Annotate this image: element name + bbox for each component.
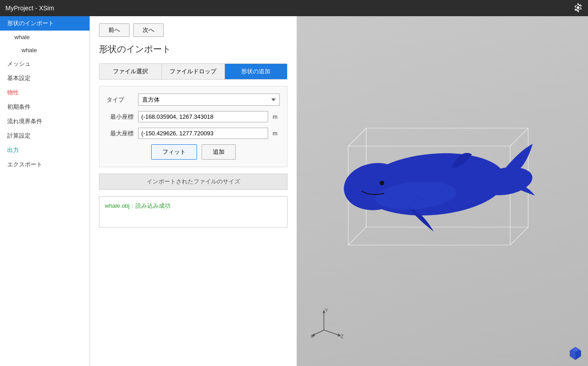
next-button[interactable]: 次へ xyxy=(133,23,164,37)
svg-text:X: X xyxy=(310,334,314,339)
tab-file-select[interactable]: ファイル選択 xyxy=(99,64,162,79)
max-coord-input[interactable] xyxy=(138,128,268,139)
log-text: whale.obj：読み込み成功 xyxy=(105,202,171,209)
sidebar-item-flow-bc[interactable]: 流れ境界条件 xyxy=(0,114,90,129)
svg-text:Z: Z xyxy=(341,334,344,339)
svg-line-5 xyxy=(348,227,366,245)
panel-title: 形状のインポート xyxy=(99,43,287,57)
max-coord-unit: m xyxy=(273,130,280,137)
action-buttons: フィット 追加 xyxy=(107,144,280,160)
sidebar-item-output[interactable]: 出力 xyxy=(0,143,90,157)
app-container: 形状のインポートwhalewhaleメッシュ基本設定物性初期条件流れ境界条件計算… xyxy=(0,16,588,366)
main-panel: 前へ 次へ 形状のインポート ファイル選択ファイルドロップ形状の追加 タイプ 直… xyxy=(90,16,297,366)
tab-bar: ファイル選択ファイルドロップ形状の追加 xyxy=(99,63,287,80)
min-coord-unit: m xyxy=(273,113,280,120)
sidebar-item-shape-import[interactable]: 形状のインポート xyxy=(0,16,90,31)
type-select[interactable]: 直方体球円柱 xyxy=(138,94,280,106)
viewport-bg: Y X Z xyxy=(297,16,588,366)
min-coord-label: 最小座標 xyxy=(107,113,134,121)
add-button[interactable]: 追加 xyxy=(202,144,236,160)
type-label: タイプ xyxy=(107,96,134,104)
svg-marker-24 xyxy=(570,351,575,360)
svg-text:Y: Y xyxy=(325,308,328,313)
min-coord-input[interactable] xyxy=(138,111,268,122)
sidebar-item-initial-cond[interactable]: 初期条件 xyxy=(0,100,90,114)
sidebar-item-whale1[interactable]: whale xyxy=(0,31,90,44)
gem-icon[interactable] xyxy=(568,346,583,361)
svg-point-10 xyxy=(380,181,384,185)
settings-icon[interactable] xyxy=(574,3,583,13)
sidebar: 形状のインポートwhalewhaleメッシュ基本設定物性初期条件流れ境界条件計算… xyxy=(0,16,90,366)
nav-buttons: 前へ 次へ xyxy=(99,23,287,37)
form-section: タイプ 直方体球円柱 最小座標 m 最大座標 m フィット 追加 xyxy=(99,86,287,167)
fit-button[interactable]: フィット xyxy=(151,144,197,160)
axis-indicator: Y X Z xyxy=(310,308,346,339)
svg-line-3 xyxy=(510,128,528,146)
min-coord-row: 最小座標 m xyxy=(107,111,280,122)
app-title: MyProject - XSim xyxy=(5,4,54,12)
content-area: 前へ 次へ 形状のインポート ファイル選択ファイルドロップ形状の追加 タイプ 直… xyxy=(90,16,588,366)
max-coord-label: 最大座標 xyxy=(107,129,134,138)
viewport: Y X Z xyxy=(297,16,588,366)
scene-svg xyxy=(312,101,573,281)
sidebar-item-whale2[interactable]: whale xyxy=(0,44,90,57)
sidebar-item-export[interactable]: エクスポート xyxy=(0,157,90,172)
svg-marker-23 xyxy=(575,351,581,360)
svg-line-2 xyxy=(348,128,366,146)
type-row: タイプ 直方体球円柱 xyxy=(107,94,280,106)
svg-line-4 xyxy=(510,227,528,245)
svg-point-11 xyxy=(360,175,377,182)
prev-button[interactable]: 前へ xyxy=(99,23,130,37)
log-area: whale.obj：読み込み成功 xyxy=(99,196,287,228)
svg-line-18 xyxy=(324,330,340,335)
sidebar-item-physics[interactable]: 物性 xyxy=(0,85,90,100)
file-size-bar: インポートされたファイルのサイズ xyxy=(99,174,287,190)
sidebar-item-basic-settings[interactable]: 基本設定 xyxy=(0,71,90,85)
title-bar: MyProject - XSim xyxy=(0,0,588,16)
max-coord-row: 最大座標 m xyxy=(107,128,280,139)
tab-shape-add[interactable]: 形状の追加 xyxy=(225,64,287,79)
tab-file-drop[interactable]: ファイルドロップ xyxy=(162,64,224,79)
sidebar-item-calc-settings[interactable]: 計算設定 xyxy=(0,129,90,143)
scene-container xyxy=(312,101,573,281)
sidebar-item-mesh[interactable]: メッシュ xyxy=(0,57,90,71)
